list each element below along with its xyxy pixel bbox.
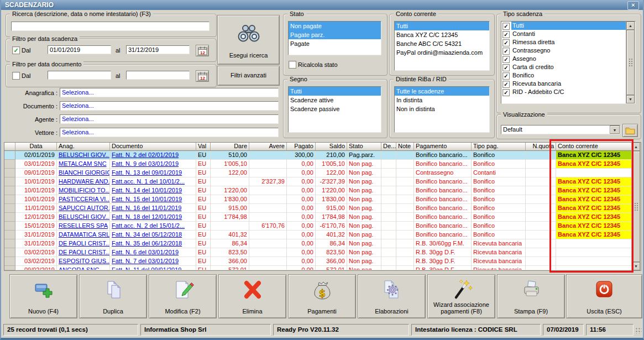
column-header-note[interactable]: Note: [396, 143, 414, 151]
table-row[interactable]: 31/01/2019DE PAOLI CRIST...Fatt. N. 35 d…: [4, 239, 632, 248]
checkbox-icon[interactable]: ✓: [502, 64, 510, 71]
duplicate-button[interactable]: Duplica: [79, 274, 147, 318]
checklist-item[interactable]: ✓Rimessa diretta: [501, 38, 626, 46]
cell-documento[interactable]: Fatt.acc. N. 2 del 15/01/2...: [110, 222, 196, 231]
cell-anag[interactable]: MOBILIFICIO TO...: [57, 186, 110, 195]
checklist-item[interactable]: ✓Bonifico: [501, 71, 626, 80]
list-option-in-distinta[interactable]: In distinta: [395, 96, 489, 104]
column-header-dare[interactable]: Dare: [211, 143, 249, 151]
cell-anag[interactable]: DATAMATICA SRL: [57, 231, 110, 239]
cell-documento[interactable]: Fatt. N. 15 del 10/01/2019: [110, 195, 196, 204]
column-header-documento[interactable]: Documento: [110, 143, 196, 151]
table-row[interactable]: 09/01/2019BIANCHI GIORGIOFatt. N. 13 del…: [4, 169, 632, 177]
table-scrollbar[interactable]: ▲ ▼: [631, 143, 641, 270]
selector-field-anagrafica[interactable]: Seleziona...: [60, 88, 279, 97]
checklist-item[interactable]: ✓Assegno: [501, 55, 626, 63]
delete-button[interactable]: Elimina: [218, 274, 286, 318]
cell-documento[interactable]: Fatt. N. 35 del 06/12/2018: [110, 239, 196, 248]
calendar-button-scadenza[interactable]: 12: [196, 45, 209, 56]
list-option-paypal-ordini-miaazienda-com[interactable]: PayPal ordini@miaazienda.com: [395, 48, 489, 57]
dal-documento-checkbox[interactable]: [12, 72, 20, 80]
checklist-item[interactable]: ✓Carta di credito: [501, 63, 626, 71]
cell-anag[interactable]: PASTICCERIA VI...: [57, 195, 110, 204]
table-row[interactable]: 03/02/2019DE PAOLI CRIST...Fatt. N. 6 de…: [4, 248, 632, 257]
column-header-data[interactable]: Data: [15, 143, 57, 151]
list-option-tutti[interactable]: Tutti: [289, 87, 381, 96]
column-header-pagato[interactable]: Pagato: [287, 143, 316, 151]
edit-button[interactable]: Modifica (F2): [149, 274, 217, 318]
table-row[interactable]: 02/01/2019BELUSCHI GIOV...Fatt. N. 2 del…: [4, 151, 632, 160]
scroll-thumb[interactable]: [626, 30, 635, 95]
selector-field-documento[interactable]: Seleziona...: [60, 101, 279, 111]
ricalcola-stato-checkbox[interactable]: [289, 61, 296, 69]
cell-documento[interactable]: Fatt.acc. N. 1 del 10/01/2...: [110, 177, 196, 186]
wizard-button[interactable]: Wizard associazione pagamenti (F8): [427, 274, 495, 318]
table-row[interactable]: 03/02/2019ESPOSITO GIUS...Fatt. N. 7 del…: [4, 257, 632, 266]
cell-documento[interactable]: Fatt. N. 13 del 09/01/2019: [110, 169, 196, 177]
calendar-button-documento[interactable]: 12: [196, 70, 209, 82]
esegui-ricerca-button[interactable]: Esegui ricerca: [217, 15, 280, 65]
column-header-avere[interactable]: Avere: [249, 143, 287, 151]
cell-documento[interactable]: Fatt. N. 6 del 03/01/2019: [110, 248, 196, 257]
checkbox-icon[interactable]: ✓: [502, 72, 510, 80]
checkbox-icon[interactable]: ✓: [502, 56, 510, 63]
column-header-conto[interactable]: Conto corrente: [556, 143, 632, 151]
cell-anag[interactable]: BELUSCHI GIOV...: [57, 213, 110, 222]
checklist-item[interactable]: ✓Contanti: [501, 30, 626, 38]
scroll-down-icon[interactable]: ▼: [626, 95, 635, 103]
tipo-scadenza-scrollbar[interactable]: ▲ ▼: [626, 22, 635, 103]
filtri-avanzati-button[interactable]: Filtri avanzati: [217, 66, 280, 86]
cell-anag[interactable]: DE PAOLI CRIST...: [57, 239, 110, 248]
scadenza-from-input[interactable]: [48, 45, 111, 54]
table-row[interactable]: 03/01/2019METALCAM SNCFatt. N. 9 del 03/…: [4, 160, 632, 169]
list-option-pagate[interactable]: Pagate: [289, 39, 381, 48]
elaborations-button[interactable]: Elaborazioni: [358, 274, 426, 318]
checklist-item[interactable]: ✓Tutti: [501, 22, 626, 30]
column-header-nquota[interactable]: N.quota: [526, 143, 556, 151]
selector-field-vettore[interactable]: Seleziona...: [60, 128, 279, 137]
table-row[interactable]: 10/01/2019MOBILIFICIO TO...Fatt. N. 14 d…: [4, 186, 632, 195]
cell-documento[interactable]: Fatt. N. 2 del 02/01/2019: [110, 151, 196, 160]
table-row[interactable]: 10/01/2019HARDWARE AND...Fatt.acc. N. 1 …: [4, 177, 632, 186]
resize-grip[interactable]: [635, 327, 642, 334]
cell-documento[interactable]: Fatt. N. 9 del 03/01/2019: [110, 160, 196, 169]
checkbox-icon[interactable]: ✓: [502, 48, 510, 55]
column-header-stato[interactable]: Stato: [347, 143, 381, 151]
dal-scadenza-checkbox[interactable]: ✓: [12, 46, 20, 54]
chevron-down-icon[interactable]: ▼: [610, 125, 620, 134]
scroll-thumb[interactable]: [632, 151, 640, 262]
cell-documento[interactable]: Fatt. N. 14 del 10/01/2019: [110, 186, 196, 195]
new-button[interactable]: Nuovo (F4): [9, 274, 77, 318]
cell-anag[interactable]: SAPUCCI AUTOR...: [57, 204, 110, 213]
exit-button[interactable]: Uscita (ESC): [566, 274, 642, 318]
cell-anag[interactable]: RESELLERS SPA: [57, 222, 110, 231]
cell-anag[interactable]: BIANCHI GIORGIO: [57, 169, 110, 177]
list-option-non-in-distinta[interactable]: Non in distinta: [395, 104, 489, 113]
column-header-val[interactable]: Val: [196, 143, 211, 151]
print-button[interactable]: Stampa (F9): [497, 274, 565, 318]
documento-from-input[interactable]: [48, 71, 111, 80]
cell-documento[interactable]: Fatt. N. 34 del 05/12/2018: [110, 231, 196, 239]
checklist-item[interactable]: ✓Contrassegno: [501, 46, 626, 55]
visualizzazione-select[interactable]: Default ▼: [501, 125, 620, 134]
table-row[interactable]: 12/01/2019BELUSCHI GIOV...Fatt. N. 18 de…: [4, 213, 632, 222]
scroll-down-icon[interactable]: ▼: [632, 262, 640, 270]
table-row[interactable]: 11/01/2019SAPUCCI AUTOR...Fatt. N. 16 de…: [4, 204, 632, 213]
list-option-non-pagate[interactable]: Non pagate: [289, 22, 381, 30]
table-row[interactable]: 10/01/2019PASTICCERIA VI...Fatt. N. 15 d…: [4, 195, 632, 204]
column-header-saldo[interactable]: Saldo: [316, 143, 347, 151]
column-header-pagamento[interactable]: Pagamento: [414, 143, 472, 151]
checkbox-icon[interactable]: ✓: [502, 31, 510, 38]
list-option-scadenze-attive[interactable]: Scadenze attive: [289, 96, 381, 104]
list-option-scadenze-passive[interactable]: Scadenze passive: [289, 104, 381, 113]
payments-button[interactable]: $Pagamenti: [288, 274, 356, 318]
table-row[interactable]: 09/02/2019ANGORA SNCFatt. N. 11 del 09/0…: [4, 266, 632, 270]
cell-anag[interactable]: DE PAOLI CRIST...: [57, 248, 110, 257]
column-header-tipo_pag[interactable]: Tipo pag.: [472, 143, 526, 151]
checkbox-icon[interactable]: ✓: [502, 23, 510, 30]
table-row[interactable]: 15/01/2019RESELLERS SPAFatt.acc. N. 2 de…: [4, 222, 632, 231]
checklist-item[interactable]: ✓RID - Addebito C/C: [501, 88, 626, 96]
column-header-anag[interactable]: Anag.: [57, 143, 110, 151]
folder-button[interactable]: [622, 124, 638, 137]
checkbox-icon[interactable]: ✓: [502, 89, 510, 96]
